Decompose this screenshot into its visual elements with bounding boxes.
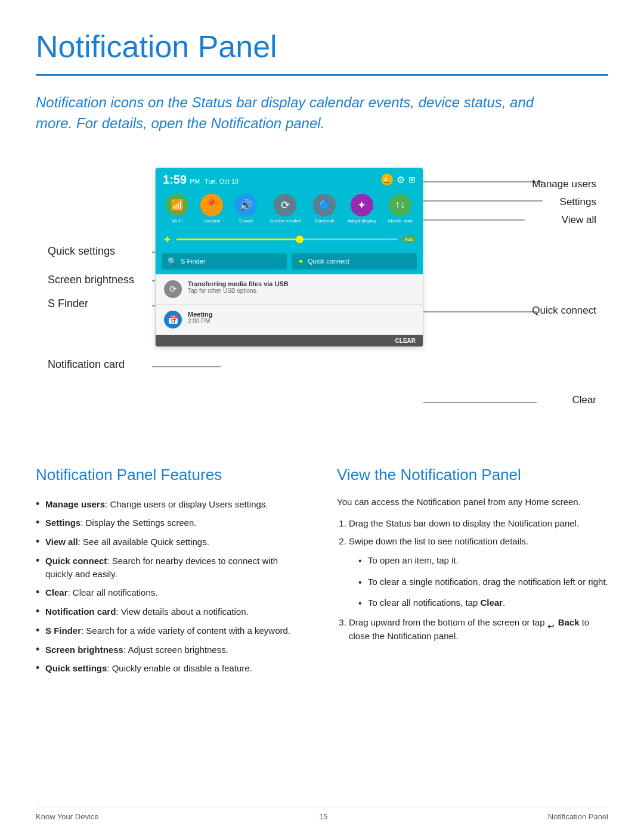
content-section: Notification Panel Features Manage users… bbox=[36, 460, 608, 679]
auto-brightness-label: Auto bbox=[402, 236, 416, 243]
clear-diagram-label: Clear bbox=[572, 394, 596, 406]
quick-settings-row: 📶 Wi-Fi 📍 Location 🔊 Sound ⟳ Screen rota… bbox=[156, 189, 423, 230]
qs-wifi: 📶 Wi-Fi bbox=[166, 194, 188, 224]
status-icons: 🔔 ⚙ ⊞ bbox=[381, 174, 416, 185]
page-title: Notification Panel bbox=[36, 29, 608, 64]
notification-meeting: 📅 Meeting 2:00 PM bbox=[156, 305, 423, 335]
notif-usb-content: Transferring media files via USB Tap for… bbox=[188, 280, 414, 294]
qs-bluetooth-label: Bluetooth bbox=[314, 218, 335, 224]
status-bar: 1:59 PM Tue, Oct 18 🔔 ⚙ ⊞ bbox=[156, 168, 423, 189]
usb-icon: ⟳ bbox=[164, 280, 182, 298]
view-step-2: Swipe down the list to see notification … bbox=[349, 535, 608, 611]
clear-button-label[interactable]: CLEAR bbox=[395, 337, 416, 344]
footer-page-number: 15 bbox=[319, 812, 327, 821]
features-list: Manage users: Change users or display Us… bbox=[36, 495, 307, 679]
notif-usb-title: Transferring media files via USB bbox=[188, 280, 414, 287]
sound-icon: 🔊 bbox=[234, 194, 257, 216]
quick-connect-button[interactable]: ✦ Quick connect bbox=[292, 253, 417, 270]
calendar-icon: 📅 bbox=[164, 311, 182, 329]
back-icon bbox=[547, 620, 557, 627]
brightness-slider bbox=[177, 239, 398, 240]
view-title: View the Notification Panel bbox=[337, 466, 608, 484]
feature-s-finder: S Finder: Search for a wide variety of c… bbox=[36, 621, 307, 640]
features-column: Notification Panel Features Manage users… bbox=[36, 466, 307, 679]
qs-location: 📍 Location bbox=[200, 194, 223, 224]
phone-mockup: 1:59 PM Tue, Oct 18 🔔 ⚙ ⊞ 📶 Wi-Fi 📍 bbox=[155, 168, 423, 347]
s-finder-diagram-label: S Finder bbox=[48, 298, 88, 310]
notif-usb-subtitle: Tap for other USB options. bbox=[188, 287, 414, 294]
title-divider bbox=[36, 74, 608, 76]
bluetooth-icon: 🔷 bbox=[313, 194, 336, 216]
view-all-label: View all bbox=[562, 214, 596, 226]
qs-location-label: Location bbox=[203, 218, 221, 224]
quick-connect-icon: ✦ bbox=[298, 257, 304, 266]
feature-notification-card: Notification card: View details about a … bbox=[36, 602, 307, 621]
brightness-row: ✦ Auto bbox=[156, 230, 423, 250]
screen-rotation-icon: ⟳ bbox=[274, 194, 296, 216]
feature-settings: Settings: Display the Settings screen. bbox=[36, 513, 307, 532]
view-intro: You can access the Notification panel fr… bbox=[337, 495, 608, 509]
quick-settings-diagram-label: Quick settings bbox=[48, 245, 115, 258]
search-icon: 🔍 bbox=[168, 257, 177, 266]
sfinder-label: S Finder bbox=[181, 258, 206, 265]
feature-screen-brightness: Screen brightness: Adjust screen brightn… bbox=[36, 640, 307, 659]
qs-bluetooth: 🔷 Bluetooth bbox=[313, 194, 336, 224]
page-footer: Know Your Device 15 Notification Panel bbox=[36, 807, 608, 821]
features-title: Notification Panel Features bbox=[36, 466, 307, 484]
date-display: Tue, Oct 18 bbox=[205, 178, 239, 185]
quick-connect-label: Quick connect bbox=[308, 258, 349, 265]
adapt-icon: ✦ bbox=[351, 194, 373, 216]
sfinder-row: 🔍 S Finder ✦ Quick connect bbox=[156, 250, 423, 274]
view-sub-3: To clear all notifications, tap Clear. bbox=[358, 594, 608, 611]
quick-connect-diagram-label: Quick connect bbox=[532, 305, 596, 317]
feature-view-all: View all: See all available Quick settin… bbox=[36, 532, 307, 552]
view-steps: Drag the Status bar down to display the … bbox=[337, 517, 608, 643]
notification-area: ⟳ Transferring media files via USB Tap f… bbox=[156, 274, 423, 335]
wifi-icon: 📶 bbox=[166, 194, 188, 216]
notification-usb: ⟳ Transferring media files via USB Tap f… bbox=[156, 274, 423, 305]
notification-card-diagram-label: Notification card bbox=[48, 358, 125, 371]
qs-adapt: ✦ Adapt display bbox=[348, 194, 376, 224]
notif-meeting-title: Meeting bbox=[188, 311, 414, 318]
qs-sound-label: Sound bbox=[239, 218, 253, 224]
time-display: 1:59 PM bbox=[163, 173, 200, 187]
brightness-icon: ✦ bbox=[163, 233, 172, 246]
view-step-1: Drag the Status bar down to display the … bbox=[349, 517, 608, 531]
footer-left: Know Your Device bbox=[36, 812, 99, 821]
qs-sound: 🔊 Sound bbox=[234, 194, 257, 224]
mobile-data-icon: ↑↓ bbox=[389, 194, 411, 216]
qs-adapt-label: Adapt display bbox=[348, 218, 376, 224]
screen-brightness-diagram-label: Screen brightness bbox=[48, 274, 134, 286]
view-sub-list: To open an item, tap it. To clear a sing… bbox=[349, 552, 608, 611]
qs-mobile-label: Mobile data bbox=[388, 218, 413, 224]
location-icon: 📍 bbox=[200, 194, 223, 216]
feature-clear: Clear: Clear all notifications. bbox=[36, 583, 307, 602]
view-sub-2: To clear a single notification, drag the… bbox=[358, 574, 608, 590]
notif-meeting-time: 2:00 PM bbox=[188, 318, 414, 324]
diagram-area: 1:59 PM Tue, Oct 18 🔔 ⚙ ⊞ 📶 Wi-Fi 📍 bbox=[36, 156, 608, 430]
gear-icon: ⚙ bbox=[397, 174, 405, 185]
feature-quick-connect: Quick connect: Search for nearby devices… bbox=[36, 552, 307, 584]
manage-users-label: Manage users bbox=[532, 178, 596, 190]
view-step-3: Drag upward from the bottom of the scree… bbox=[349, 616, 608, 643]
brightness-thumb bbox=[296, 236, 304, 243]
bell-icon: 🔔 bbox=[381, 174, 393, 185]
qs-wifi-label: Wi-Fi bbox=[172, 218, 183, 224]
view-sub-1: To open an item, tap it. bbox=[358, 552, 608, 569]
footer-right: Notification Panel bbox=[548, 812, 608, 821]
sfinder-button[interactable]: 🔍 S Finder bbox=[162, 253, 287, 270]
view-column: View the Notification Panel You can acce… bbox=[337, 466, 608, 679]
settings-label: Settings bbox=[560, 196, 596, 208]
page-subtitle: Notification icons on the Status bar dis… bbox=[36, 92, 549, 134]
notif-meeting-content: Meeting 2:00 PM bbox=[188, 311, 414, 324]
notification-footer: CLEAR bbox=[156, 335, 423, 346]
qs-screen-rotation: ⟳ Screen rotation bbox=[269, 194, 301, 224]
grid-icon: ⊞ bbox=[408, 175, 416, 184]
feature-manage-users: Manage users: Change users or display Us… bbox=[36, 495, 307, 514]
qs-mobile: ↑↓ Mobile data bbox=[388, 194, 413, 224]
feature-quick-settings: Quick settings: Quickly enable or disabl… bbox=[36, 659, 307, 678]
qs-screen-label: Screen rotation bbox=[269, 218, 301, 224]
